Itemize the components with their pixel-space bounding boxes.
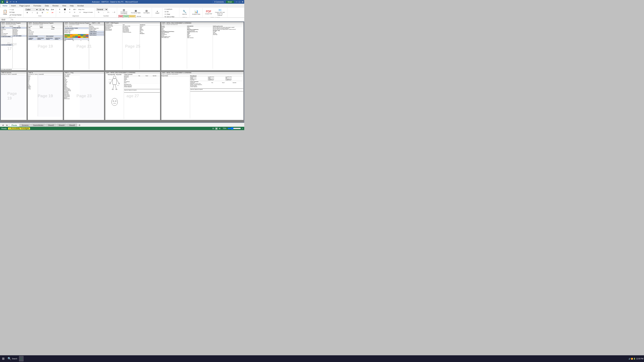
align-top-button[interactable]: ⬆ (57, 8, 62, 11)
normal-style-button[interactable]: Normal (136, 15, 142, 17)
functional-goals-19-title: FUNCTIONAL GOALS (37, 37, 45, 40)
sort-filter-button[interactable]: ⇅ Sort & Filter (164, 15, 175, 18)
merge-center-button[interactable]: Merge & Center (82, 11, 94, 13)
tab-review[interactable]: Review (51, 4, 60, 7)
number-format-select[interactable]: General Number Currency Percentage (96, 8, 108, 11)
addins-button[interactable]: 🔧 Add-ins (181, 8, 188, 16)
cell-reference-box[interactable]: GU2 (1, 18, 11, 21)
close-button[interactable]: ✕ (242, 0, 244, 3)
font-name-select[interactable]: Calibri (25, 8, 38, 11)
ex-row-3: Close cap prop (28, 31, 63, 32)
align-middle-button[interactable]: ⬛ (62, 8, 67, 11)
fill-color-button[interactable]: A▾ (45, 11, 50, 14)
save-button[interactable]: 💾 (6, 0, 9, 3)
formula-bar: GU2 fx (0, 18, 244, 21)
tab-help[interactable]: Help (68, 4, 76, 7)
tab-data[interactable]: Data (43, 4, 50, 7)
create-pdf-button[interactable]: PDF Create PDF (204, 8, 213, 16)
increase-decimal-button[interactable]: .0→ (106, 11, 111, 13)
increase-indent-button[interactable]: ⇥ (78, 11, 82, 13)
conditional-formatting-button[interactable]: ▤ Conditional Formatting (118, 8, 129, 15)
page-break-preview-btn[interactable]: ▦ (215, 127, 218, 130)
sheet-nav-left[interactable]: ◄ (1, 123, 5, 127)
restore-button[interactable]: □ (239, 0, 240, 3)
bad-style-button[interactable]: Bad (118, 15, 123, 17)
hoi-acquisition-title: HOI ACQUISITION (64, 38, 89, 40)
zoom-in-button[interactable]: + (242, 127, 243, 129)
bold-button[interactable]: B (25, 11, 30, 14)
sheet-tab-summnotes[interactable]: SummNotes (31, 124, 46, 127)
insert-button[interactable]: ⊕ Insert (154, 8, 161, 16)
tab-formulas[interactable]: Formulas (32, 4, 43, 7)
undo-button[interactable]: ↩ (10, 0, 12, 3)
grid-cell-green-1 (64, 34, 67, 35)
format-painter-button[interactable]: 🖌 Format Painter (9, 14, 22, 16)
grid-cell-2-8 (83, 35, 86, 36)
conditional-formatting-icon: ▤ (123, 8, 125, 11)
align-left-button[interactable]: ≡ (57, 11, 62, 13)
comma-button[interactable]: , (101, 11, 106, 13)
nutr-goals-21-title: NUTR GOALS (89, 34, 104, 36)
angle-text-button[interactable]: ab↗ (72, 8, 77, 11)
create-pdf-share-button[interactable]: 📧 Create PDF and Share via Outlook (214, 8, 226, 16)
tab-home[interactable]: Home (1, 4, 9, 7)
minimize-button[interactable]: ─ (236, 0, 238, 3)
create-pdf-share-icon: 📧 (218, 8, 222, 11)
align-bottom-button[interactable]: ⬇ (68, 8, 72, 11)
normal-view-btn[interactable]: ⊟ (212, 127, 214, 130)
lower-section: LOWER (52, 27, 62, 28)
percent-button[interactable]: % (96, 11, 101, 13)
font-size-select[interactable]: 11 (39, 8, 45, 11)
tab-page-layout[interactable]: Page Layout (18, 4, 32, 7)
clipboard-group: 📋 Paste ✂ Cut ⧉ Copy 🖌 Format Painter Cl… (1, 8, 24, 17)
autosum-button[interactable]: Σ AutoSum (164, 8, 173, 10)
clear-button[interactable]: ✕ Clear (164, 13, 171, 15)
zoom-slider[interactable] (228, 128, 241, 129)
svg-rect-1 (112, 79, 116, 84)
fill-button[interactable]: ⬇ Fill (164, 10, 169, 13)
comments-button[interactable]: 0 Comments (213, 0, 225, 3)
italic-button[interactable]: I (30, 11, 35, 14)
add-sheet-button[interactable]: ⊕ (78, 123, 82, 127)
align-right-button[interactable]: ≡ (68, 11, 72, 13)
sheet-tab-sheet3[interactable]: Sheet3 (46, 124, 56, 127)
decrease-indent-button[interactable]: ⇤ (72, 11, 77, 13)
paste-button[interactable]: 📋 Paste (2, 8, 8, 16)
align-center-button[interactable]: ≡ (62, 11, 67, 13)
sheet-tab-sheet4[interactable]: Sheet4 (56, 124, 67, 127)
sheet-tab-sheet5[interactable]: Sheet5 (67, 124, 77, 127)
page-19-watermark: Page 19 (38, 44, 53, 49)
format-as-table-button[interactable]: ▦ Format as Table (130, 9, 142, 14)
share-button[interactable]: Share (226, 1, 234, 3)
border-button[interactable]: ⊞ (40, 11, 45, 14)
analyze-data-button[interactable]: 📊 Analyze Data (191, 8, 202, 16)
19b-heart-rate: Heart Rate Unit (28, 74, 34, 75)
sheet-tab-pivots[interactable]: Pivots (10, 124, 19, 127)
font-color-button[interactable]: A▾ (50, 11, 55, 14)
tab-insert[interactable]: Insert (9, 4, 18, 7)
spreadsheet-view: SWTC - Aerobic Exercise Program PART A -… (0, 21, 244, 123)
cut-button[interactable]: ✂ Cut (9, 8, 22, 11)
cut-icon: ✂ (10, 9, 11, 10)
underline-button[interactable]: U (35, 11, 40, 14)
copy-button[interactable]: ⧉ Copy (9, 11, 22, 13)
wrap-text-button[interactable]: Wrap Text (78, 8, 85, 11)
increase-font-button[interactable]: A▲ (45, 8, 50, 11)
redo-button[interactable]: ↪ (12, 0, 15, 3)
formula-input[interactable] (14, 18, 244, 21)
cell-styles-button[interactable]: ▧ Cell Styles (142, 9, 151, 14)
sheet-nav-right[interactable]: ► (5, 123, 10, 127)
grid-cell-3-6 (78, 36, 80, 38)
decrease-font-button[interactable]: A▼ (50, 8, 55, 11)
tab-acrobat[interactable]: Acrobat (76, 4, 86, 7)
decrease-decimal-button[interactable]: ←.0 (111, 11, 116, 13)
good-style-button[interactable]: Good (123, 15, 128, 17)
adobe-group: PDF Create PDF 📧 Create PDF and Share vi… (203, 8, 227, 17)
page-21-header: SWTC - Resistance/Rehab Exercise Program… (64, 22, 104, 24)
customize-qat-button[interactable]: ▾ (16, 0, 17, 3)
page-layout-view-btn[interactable]: ⊞ (219, 127, 220, 130)
tab-view[interactable]: View (60, 4, 68, 7)
neutral-style-button[interactable]: Neutral (129, 15, 136, 17)
sheet-tab-screens[interactable]: Screens (20, 124, 31, 127)
accessibility-status[interactable]: ⚠ Accessibility: Investigate (8, 127, 30, 130)
